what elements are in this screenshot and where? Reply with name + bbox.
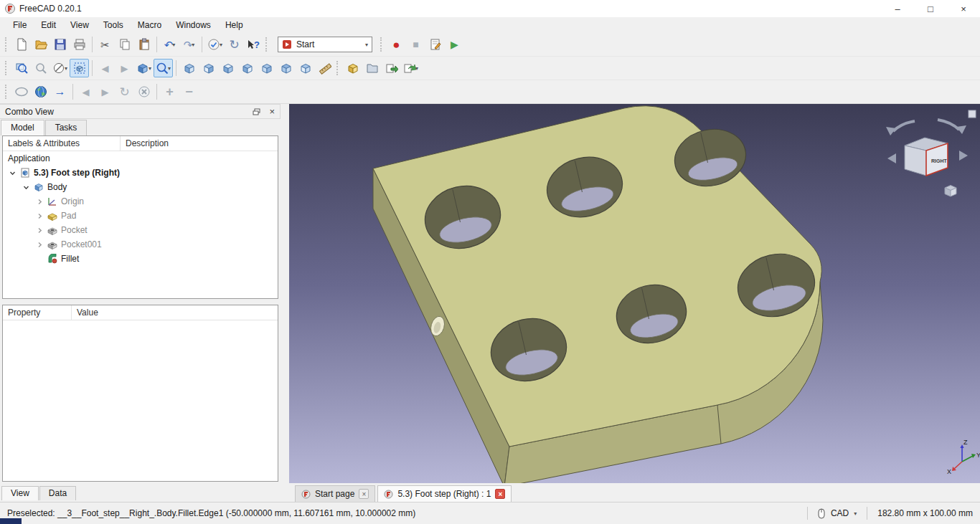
tab-foot-step-document[interactable]: 5.3) Foot step (Right) : 1 × — [377, 485, 512, 502]
tree-item-fillet[interactable]: Fillet — [3, 252, 278, 266]
tab-view[interactable]: View — [1, 486, 39, 500]
toolbar-grip[interactable] — [5, 85, 8, 99]
copy-button[interactable] — [115, 35, 134, 54]
nav-forward-button[interactable]: ▶ — [115, 59, 134, 77]
tree-item-body[interactable]: Body — [3, 180, 278, 194]
bottom-view-button[interactable] — [276, 59, 296, 77]
chevron-down-icon[interactable]: ▾ — [415, 65, 418, 72]
menu-tools[interactable]: Tools — [96, 18, 131, 32]
menu-help[interactable]: Help — [218, 18, 250, 32]
chevron-down-icon[interactable]: ▾ — [149, 65, 151, 72]
minimize-button[interactable]: – — [881, 0, 914, 17]
macro-record-button[interactable]: ● — [387, 35, 406, 54]
undo-button[interactable]: ↶▾ — [160, 35, 179, 54]
new-button[interactable] — [11, 35, 31, 54]
close-panel-icon[interactable]: × — [269, 106, 275, 117]
float-panel-icon[interactable] — [253, 108, 260, 115]
rear-view-button[interactable] — [257, 59, 276, 77]
tree-item-pad[interactable]: Pad — [3, 209, 278, 223]
web-back-button[interactable]: ◀ — [76, 82, 95, 101]
zoom-in-button[interactable]: + — [160, 82, 179, 101]
toolbar-grip[interactable] — [265, 37, 268, 52]
menu-windows[interactable]: Windows — [169, 18, 218, 32]
close-tab-icon[interactable]: × — [359, 489, 369, 499]
fit-all-button[interactable] — [11, 59, 31, 77]
menu-edit[interactable]: Edit — [34, 18, 63, 32]
front-view-button[interactable] — [199, 59, 218, 77]
start-box-button[interactable] — [343, 59, 362, 77]
bounding-box-button[interactable] — [70, 59, 89, 77]
go-button[interactable]: → — [50, 82, 70, 101]
chevron-down-icon[interactable]: ▾ — [192, 42, 194, 48]
chevron-collapsed-icon[interactable] — [36, 213, 44, 219]
measure-button[interactable] — [315, 59, 334, 77]
panel-splitter[interactable] — [281, 104, 289, 502]
refresh-button[interactable]: ↻ — [225, 35, 244, 54]
macro-edit-button[interactable] — [425, 35, 445, 54]
open-website-button[interactable] — [31, 82, 50, 101]
tree-item-origin[interactable]: Origin — [3, 194, 278, 209]
chevron-collapsed-icon[interactable] — [36, 199, 44, 205]
toolbar-grip[interactable] — [380, 37, 383, 52]
tab-start-page[interactable]: Start page × — [295, 485, 375, 502]
nav-back-button[interactable]: ◀ — [95, 59, 115, 77]
axonometric-view-button[interactable] — [179, 59, 199, 77]
tree-item-pocket001[interactable]: Pocket001 — [3, 237, 278, 252]
nav-style-value[interactable]: CAD — [831, 508, 849, 518]
navigation-cube[interactable]: RIGHT — [886, 120, 968, 196]
cut-button[interactable]: ✂ — [95, 35, 115, 54]
menu-file[interactable]: File — [6, 18, 34, 32]
model-foot-step[interactable] — [373, 106, 823, 483]
chevron-down-icon[interactable]: ▾ — [65, 65, 67, 72]
toolbar-grip[interactable] — [336, 61, 339, 75]
chevron-down-icon[interactable]: ▾ — [172, 42, 175, 48]
chevron-down-icon[interactable]: ▾ — [220, 42, 222, 48]
menu-view[interactable]: View — [63, 18, 96, 32]
toolbar-grip[interactable] — [5, 61, 8, 75]
3d-viewport[interactable]: RIGHT Z Y X — [289, 104, 980, 483]
draw-style-button[interactable]: ▾ — [50, 59, 70, 77]
whatsthis-button[interactable]: ? — [244, 35, 263, 54]
viewport-corner-widget[interactable] — [969, 110, 976, 118]
validate-button[interactable]: ▾ — [205, 35, 225, 54]
close-tab-icon[interactable]: × — [495, 489, 505, 499]
chevron-down-icon[interactable]: ▾ — [854, 510, 857, 517]
property-table-body[interactable] — [3, 320, 278, 481]
chevron-expanded-icon[interactable] — [9, 170, 17, 176]
chevron-collapsed-icon[interactable] — [36, 227, 44, 234]
tree-item-document[interactable]: 5.3) Foot step (Right) — [3, 166, 278, 180]
menu-macro[interactable]: Macro — [131, 18, 169, 32]
chevron-collapsed-icon[interactable] — [36, 242, 44, 248]
web-forward-button[interactable]: ▶ — [95, 82, 115, 101]
macro-play-button[interactable]: ▶ — [445, 35, 464, 54]
close-button[interactable]: × — [947, 0, 980, 17]
redo-button[interactable]: ↷▾ — [179, 35, 199, 54]
chevron-expanded-icon[interactable] — [22, 184, 30, 191]
top-view-button[interactable] — [218, 59, 237, 77]
fit-selection-button[interactable] — [31, 59, 50, 77]
maximize-button[interactable]: □ — [914, 0, 947, 17]
zoom-region-button[interactable]: ▾ — [154, 59, 173, 77]
macro-stop-button[interactable]: ■ — [406, 35, 425, 54]
tab-data[interactable]: Data — [39, 486, 76, 500]
workbench-selector[interactable]: Start ▾ — [278, 37, 372, 52]
zoom-out-button[interactable]: − — [179, 82, 199, 101]
tree-item-application[interactable]: Application — [3, 151, 278, 166]
tree-item-pocket[interactable]: Pocket — [3, 223, 278, 237]
tab-tasks[interactable]: Tasks — [45, 120, 88, 135]
share-button[interactable]: ▾ — [401, 59, 420, 77]
export-button[interactable] — [382, 59, 401, 77]
chevron-down-icon[interactable]: ▾ — [168, 65, 171, 72]
left-view-button[interactable] — [296, 59, 315, 77]
isometric-view-button[interactable]: ▾ — [134, 59, 154, 77]
start-folder-button[interactable] — [362, 59, 382, 77]
right-view-button[interactable] — [237, 59, 257, 77]
web-refresh-button[interactable]: ↻ — [115, 82, 134, 101]
toolbar-grip[interactable] — [5, 37, 8, 52]
open-button[interactable] — [31, 35, 50, 54]
tab-model[interactable]: Model — [1, 120, 44, 135]
paste-button[interactable] — [134, 35, 154, 54]
ellipse-tool-button[interactable] — [11, 82, 31, 101]
print-button[interactable] — [70, 35, 89, 54]
save-button[interactable] — [50, 35, 70, 54]
